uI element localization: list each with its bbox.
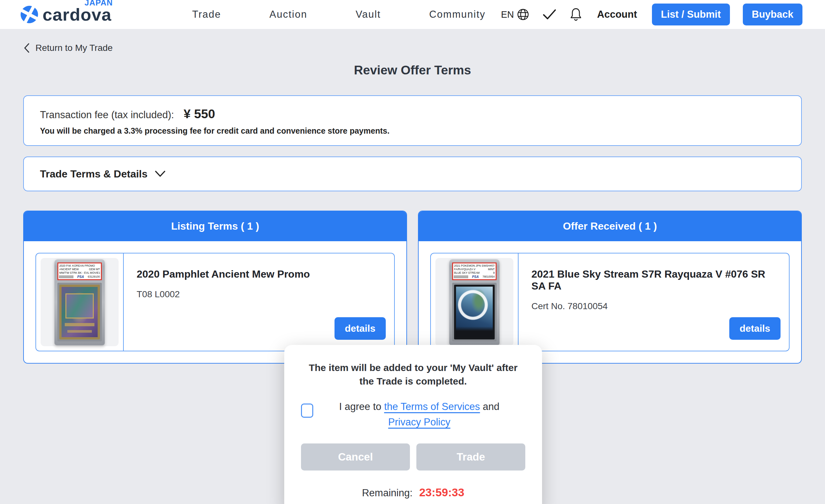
modal-message: The item will be added to your 'My Vault… (301, 361, 525, 388)
nav-item-vault[interactable]: Vault (356, 9, 381, 20)
globe-icon (517, 8, 529, 21)
offer-item-title: 2021 Blue Sky Stream S7R Rayquaza V #076… (531, 268, 776, 292)
agreement-row: I agree to the Terms of Services and Pri… (301, 399, 525, 430)
agree-checkbox[interactable] (301, 404, 313, 418)
and-text: and (480, 401, 499, 412)
listing-item-image: 2020 P.M. KOREAN PROMO ANCIENT MEWGEM MT… (41, 258, 119, 346)
rayquaza-card-art (454, 285, 495, 339)
header-right: EN Account List / Submit Buyback (501, 4, 803, 25)
logo-wordmark: cardova JAPAN (43, 4, 111, 24)
listing-terms-card: Listing Terms ( 1 ) 2020 P.M. KOREAN PRO… (23, 211, 407, 363)
account-link[interactable]: Account (597, 9, 637, 20)
offer-item: 2021 POKEMON JPN SWSH#076 FA/RAYQUAZA VM… (430, 253, 790, 351)
main-nav: Trade Auction Vault Community (192, 9, 485, 20)
offer-item-image: 2021 POKEMON JPN SWSH#076 FA/RAYQUAZA VM… (435, 258, 513, 346)
cert-number: 78010054 (482, 275, 495, 278)
agree-prefix: I agree to (339, 401, 384, 412)
page-main: Return to My Trade Review Offer Terms Tr… (0, 29, 825, 363)
transaction-fee-box: Transaction fee (tax included): ¥ 550 Yo… (23, 95, 802, 146)
cancel-button[interactable]: Cancel (301, 443, 410, 471)
chevron-left-icon (23, 43, 30, 54)
listing-terms-header: Listing Terms ( 1 ) (24, 211, 406, 241)
fee-label: Transaction fee (tax included): (40, 109, 174, 121)
notification-bell-icon[interactable] (570, 7, 582, 21)
language-selector[interactable]: EN (501, 8, 529, 21)
agreement-text: I agree to the Terms of Services and Pri… (313, 399, 525, 430)
nav-item-community[interactable]: Community (429, 9, 485, 20)
offer-received-header: Offer Received ( 1 ) (419, 211, 801, 241)
terms-of-services-link[interactable]: the Terms of Services (384, 401, 480, 412)
offer-item-subtitle: Cert No. 78010054 (531, 301, 776, 312)
listing-details-button[interactable]: details (334, 317, 386, 340)
logo[interactable]: cardova JAPAN (19, 4, 111, 24)
offer-received-card: Offer Received ( 1 ) 2021 POKEMON JPN SW… (418, 211, 802, 363)
psa-slab-rayquaza: 2021 POKEMON JPN SWSH#076 FA/RAYQUAZA VM… (449, 259, 500, 345)
list-submit-button[interactable]: List / Submit (652, 4, 730, 25)
remaining-label: Remaining: (362, 487, 412, 499)
psa-logo: PSA (472, 275, 479, 278)
return-to-my-trade-link[interactable]: Return to My Trade (23, 29, 113, 54)
cert-number: 63129100 (88, 275, 100, 278)
ancient-mew-card-art (59, 285, 100, 339)
app-header: cardova JAPAN Trade Auction Vault Commun… (0, 0, 825, 29)
offer-details-button[interactable]: details (729, 317, 780, 340)
trade-cards-row: Listing Terms ( 1 ) 2020 P.M. KOREAN PRO… (23, 211, 802, 363)
breadcrumb-label: Return to My Trade (35, 43, 113, 53)
privacy-policy-link[interactable]: Privacy Policy (388, 416, 451, 428)
listing-item: 2020 P.M. KOREAN PROMO ANCIENT MEWGEM MT… (35, 253, 395, 351)
psa-label: 2021 POKEMON JPN SWSH#076 FA/RAYQUAZA VM… (452, 262, 497, 280)
barcode (59, 275, 73, 278)
logo-japan-label: JAPAN (84, 0, 113, 7)
nav-item-auction[interactable]: Auction (270, 9, 307, 20)
remaining-time: 23:59:33 (419, 486, 464, 499)
cardova-logo-icon (19, 4, 39, 24)
remaining-timer: Remaining: 23:59:33 (301, 486, 525, 499)
listing-item-subtitle: T08 L0002 (137, 289, 381, 300)
psa-slab-ancient-mew: 2020 P.M. KOREAN PROMO ANCIENT MEWGEM MT… (55, 259, 105, 345)
barcode (454, 275, 468, 278)
trade-terms-label: Trade Terms & Details (40, 168, 148, 180)
fee-note: You will be charged a 3.3% processing fe… (40, 126, 785, 136)
nav-item-trade[interactable]: Trade (192, 9, 221, 20)
trade-terms-expander[interactable]: Trade Terms & Details (23, 157, 802, 191)
fee-amount: ¥ 550 (184, 107, 215, 121)
listing-item-title: 2020 Pamphlet Ancient Mew Promo (137, 268, 381, 280)
trade-confirm-modal: The item will be added to your 'My Vault… (284, 345, 542, 504)
check-icon[interactable] (542, 9, 556, 20)
page-title: Review Offer Terms (23, 63, 802, 77)
modal-buttons: Cancel Trade (301, 443, 525, 471)
chevron-down-icon (155, 170, 166, 177)
buyback-button[interactable]: Buyback (743, 4, 803, 25)
trade-button[interactable]: Trade (417, 443, 525, 471)
psa-logo: PSA (77, 275, 84, 278)
language-label: EN (501, 9, 514, 20)
psa-label: 2020 P.M. KOREAN PROMO ANCIENT MEWGEM MT… (57, 262, 102, 280)
